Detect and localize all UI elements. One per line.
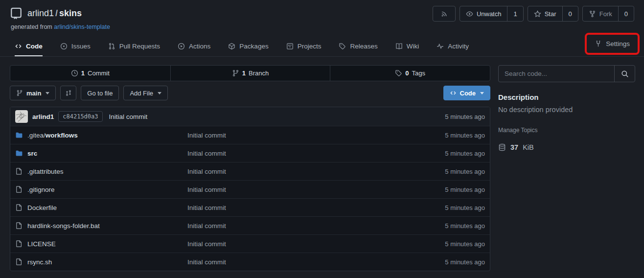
branches-stat[interactable]: 1 Branch	[170, 66, 330, 81]
rss-button[interactable]	[433, 6, 456, 22]
stars-count[interactable]: 0	[562, 6, 578, 21]
file-commit-message[interactable]: Initial commit	[187, 168, 445, 175]
generated-from-label: generated from	[11, 23, 52, 30]
file-commit-time: 5 minutes ago	[445, 150, 485, 157]
code-search-box	[498, 65, 635, 82]
tab-wiki[interactable]: Wiki	[395, 37, 419, 56]
tab-releases[interactable]: Releases	[339, 37, 377, 56]
manage-topics-link[interactable]: Manage Topics	[498, 127, 538, 134]
tab-label: Activity	[448, 43, 469, 50]
table-row: .gitignore Initial commit 5 minutes ago	[10, 180, 490, 198]
file-commit-message[interactable]: Initial commit	[187, 258, 445, 266]
file-commit-message[interactable]: Initial commit	[187, 204, 445, 211]
go-to-file-button[interactable]: Go to file	[81, 86, 119, 100]
tab-activity[interactable]: Activity	[437, 37, 469, 56]
avatar[interactable]	[15, 110, 28, 123]
folder-icon	[15, 131, 23, 139]
file-commit-message[interactable]: Initial commit	[187, 186, 445, 193]
file-name: LICENSE	[27, 240, 56, 248]
repo-owner-link[interactable]: arlind1	[27, 8, 54, 18]
table-row: LICENSE Initial commit 5 minutes ago	[10, 234, 490, 253]
generated-from: generated from arlind/skins-template	[11, 23, 634, 30]
code-download-button[interactable]: Code	[443, 86, 491, 100]
tab-code[interactable]: Code	[15, 37, 43, 56]
tab-settings[interactable]: Settings	[595, 40, 630, 47]
file-link[interactable]: .gitea/workflows	[27, 132, 78, 139]
description-text: No description provided	[498, 106, 635, 114]
file-link[interactable]: Dockerfile	[27, 204, 57, 211]
file-icon	[15, 185, 23, 193]
file-commit-message[interactable]: Initial commit	[187, 132, 445, 139]
file-link[interactable]: hardlink-songs-folder.bat	[27, 222, 100, 230]
unwatch-button[interactable]: Unwatch	[460, 6, 507, 21]
fork-button-group: Fork 0	[582, 6, 634, 22]
file-link[interactable]: .gitattributes	[27, 168, 64, 175]
fork-button[interactable]: Fork	[583, 6, 618, 21]
file-commit-time: 5 minutes ago	[445, 186, 485, 193]
file-name: rsync.sh	[27, 258, 52, 266]
tab-label: Releases	[350, 43, 377, 50]
header-actions: Unwatch 1 Star 0	[433, 6, 634, 22]
file-link[interactable]: .gitignore	[27, 186, 55, 193]
watchers-count[interactable]: 1	[507, 6, 523, 21]
file-link[interactable]: rsync.sh	[27, 258, 52, 266]
table-row: .gitea/workflows Initial commit 5 minute…	[10, 126, 490, 144]
search-input[interactable]	[499, 66, 614, 82]
commit-hash-link[interactable]: c84215d0a3	[58, 111, 102, 122]
file-commit-time: 5 minutes ago	[445, 132, 485, 139]
commits-stat[interactable]: 1 Commit	[10, 66, 170, 81]
fork-label: Fork	[599, 10, 612, 18]
file-name: hardlink-songs-folder.bat	[27, 222, 100, 230]
commit-label: Commit	[88, 70, 110, 77]
add-file-button[interactable]: Add File	[123, 86, 168, 100]
tab-pull-requests[interactable]: Pull Requests	[108, 37, 160, 56]
file-commit-message[interactable]: Initial commit	[187, 150, 445, 157]
repo-name-link[interactable]: skins	[59, 8, 82, 18]
tab-label: Packages	[239, 43, 268, 50]
repo-size-unit: KiB	[523, 143, 534, 151]
eye-icon	[466, 10, 473, 18]
project-board-icon	[286, 43, 294, 50]
tags-stat[interactable]: 0 Tags	[330, 66, 490, 81]
code-button-label: Code	[460, 90, 476, 97]
compare-button[interactable]	[60, 86, 76, 100]
current-branch-name: main	[26, 90, 41, 97]
star-button-group: Star 0	[528, 6, 578, 22]
file-name-prefix: .gitea/	[27, 132, 46, 139]
clock-icon	[71, 70, 78, 77]
tab-actions[interactable]: Actions	[178, 37, 210, 56]
star-label: Star	[545, 10, 556, 18]
tab-packages[interactable]: Packages	[228, 37, 268, 56]
table-row: .gitattributes Initial commit 5 minutes …	[10, 162, 490, 180]
tag-icon	[339, 43, 346, 50]
commit-count: 1	[81, 70, 85, 77]
tools-icon	[595, 40, 602, 47]
commit-message-link[interactable]: Initial commit	[109, 113, 148, 120]
repo-size: 37 KiB	[498, 143, 635, 151]
file-link[interactable]: LICENSE	[27, 240, 56, 248]
add-file-label: Add File	[130, 90, 153, 97]
star-button[interactable]: Star	[528, 6, 562, 21]
file-commit-message[interactable]: Initial commit	[187, 240, 445, 248]
repo-size-value: 37	[510, 143, 518, 151]
database-icon	[498, 143, 506, 151]
search-icon	[621, 70, 629, 78]
tab-projects[interactable]: Projects	[286, 37, 322, 56]
file-name: .gitattributes	[27, 168, 64, 175]
commit-author-link[interactable]: arlind1	[32, 113, 54, 120]
tab-label: Code	[26, 43, 43, 50]
search-button[interactable]	[614, 66, 635, 82]
tab-label: Actions	[189, 43, 210, 50]
branch-label: Branch	[249, 70, 269, 77]
branch-selector[interactable]: main	[10, 86, 56, 100]
file-name: Dockerfile	[27, 204, 57, 211]
file-commit-time: 5 minutes ago	[445, 168, 485, 175]
template-repo-link[interactable]: arlind/skins-template	[54, 23, 110, 30]
file-commit-message[interactable]: Initial commit	[187, 222, 445, 230]
star-icon	[534, 10, 541, 18]
file-commit-time: 5 minutes ago	[445, 258, 485, 266]
forks-count[interactable]: 0	[618, 6, 634, 21]
file-link[interactable]: src	[27, 150, 37, 157]
repo-sidebar: Description No description provided Mana…	[498, 65, 635, 151]
tab-issues[interactable]: Issues	[60, 37, 91, 56]
